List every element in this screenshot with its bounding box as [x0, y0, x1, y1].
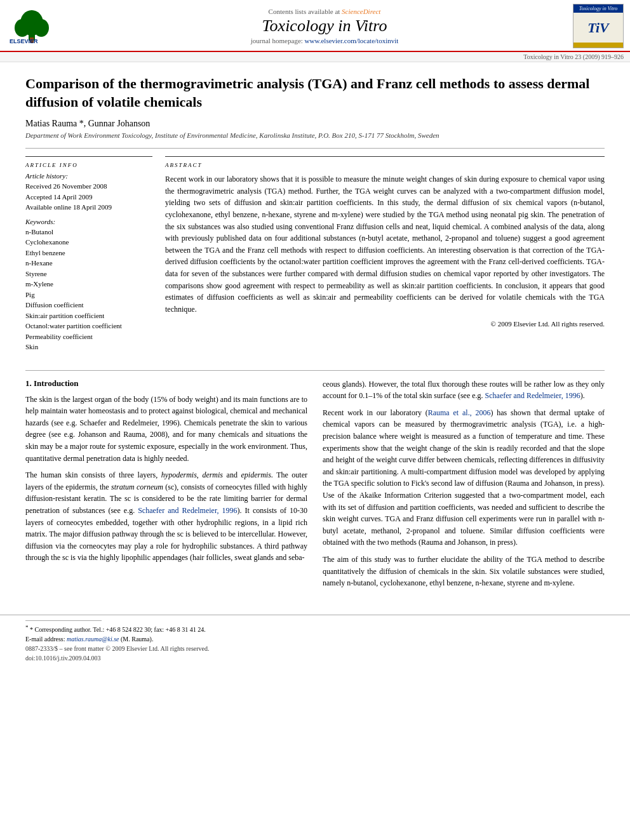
journal-center-info: Contents lists available at ScienceDirec… [83, 8, 566, 44]
star-symbol: * [25, 624, 29, 630]
svg-point-3 [34, 19, 49, 37]
star-note-text: * Corresponding author. Tel.: +46 8 524 … [30, 626, 206, 633]
email-suffix: (M. Rauma). [121, 636, 153, 643]
info-abstract-cols: Article Info Article history: Received 2… [25, 156, 605, 360]
article-info-label: Article Info [25, 162, 152, 168]
keyword-item: Ethyl benzene [25, 248, 152, 258]
journal-header: ELSEVIER Contents lists available at Sci… [0, 0, 630, 52]
article-history: Article history: Received 26 November 20… [25, 172, 152, 213]
intro-paragraphs-right: ceous glands). However, the total flux t… [323, 378, 605, 589]
doi-text: doi:10.1016/j.tiv.2009.04.003 [25, 655, 101, 662]
citation-text: Toxicology in Vitro 23 (2009) 919–926 [523, 53, 624, 60]
abstract-col: Abstract Recent work in our laboratory s… [165, 156, 605, 360]
abstract-section: Abstract Recent work in our laboratory s… [165, 156, 605, 328]
left-info-col: Article Info Article history: Received 2… [25, 156, 152, 360]
svg-text:ELSEVIER: ELSEVIER [10, 38, 38, 44]
keyword-item: n-Hexane [25, 258, 152, 269]
keyword-item: Styrene [25, 269, 152, 279]
sciencedirect-label: Contents lists available at [269, 8, 340, 15]
abstract-label: Abstract [165, 162, 605, 168]
page-footer: * * Corresponding author. Tel.: +46 8 52… [0, 615, 630, 665]
keyword-item: Octanol:water partition coefficient [25, 321, 152, 331]
affiliation: Department of Work Environment Toxicolog… [25, 131, 605, 139]
keywords-section: Keywords: n-ButanolCyclohexanoneEthyl be… [25, 218, 152, 352]
corresponding-author-note: * * Corresponding author. Tel.: +46 8 52… [25, 623, 605, 644]
copyright-line: © 2009 Elsevier Ltd. All rights reserved… [165, 320, 605, 328]
issn-text: 0887-2333/$ – see front matter © 2009 El… [25, 645, 209, 652]
sciencedirect-link[interactable]: ScienceDirect [342, 8, 380, 15]
journal-homepage: journal homepage: www.elsevier.com/locat… [83, 37, 566, 44]
keyword-item: n-Butanol [25, 227, 152, 237]
divider-1 [25, 148, 605, 149]
available-online-date: Available online 18 April 2009 [25, 202, 152, 213]
keyword-item: Pig [25, 290, 152, 300]
keyword-item: Diffusion coefficient [25, 300, 152, 310]
tiv-logo-stripe [573, 43, 623, 48]
tiv-logo-top-text: Toxicology in Vitro [573, 4, 623, 13]
intro-para-right-3: The aim of this study was to further elu… [323, 554, 605, 589]
intro-para-right-1: ceous glands). However, the total flux t… [323, 378, 605, 402]
abstract-text: Recent work in our laboratory shows that… [165, 173, 605, 315]
keyword-item: Skin:air partition coefficient [25, 310, 152, 321]
authors-line: Matias Rauma *, Gunnar Johanson [25, 119, 605, 129]
intro-para-right-2: Recent work in our laboratory (Rauma et … [323, 407, 605, 549]
email-address[interactable]: matias.rauma@ki.se [67, 636, 119, 643]
tiv-logo-mid-text: TiV [573, 13, 623, 43]
sciencedirect-line: Contents lists available at ScienceDirec… [83, 8, 566, 15]
citation-bar: Toxicology in Vitro 23 (2009) 919–926 [0, 52, 630, 62]
main-content: Comparison of the thermogravimetric anal… [0, 62, 630, 607]
divider-2 [25, 370, 605, 371]
body-right-col: ceous glands). However, the total flux t… [323, 378, 605, 594]
accepted-date: Accepted 14 April 2009 [25, 192, 152, 203]
footer-issn-note: 0887-2333/$ – see front matter © 2009 El… [25, 644, 605, 663]
keywords-list: n-ButanolCyclohexanoneEthyl benzenen-Hex… [25, 227, 152, 352]
intro-para-1: The skin is the largest organ of the bod… [25, 394, 307, 465]
keyword-item: m-Xylene [25, 279, 152, 290]
email-label: E-mail address: [25, 636, 65, 643]
homepage-url[interactable]: www.elsevier.com/locate/toxinvit [305, 37, 399, 44]
body-left-col: 1. Introduction The skin is the largest … [25, 378, 307, 594]
keyword-item: Skin [25, 342, 152, 352]
keywords-label: Keywords: [25, 218, 152, 225]
article-info-box: Article Info Article history: Received 2… [25, 156, 152, 352]
received-date: Received 26 November 2008 [25, 181, 152, 192]
history-label: Article history: [25, 172, 152, 180]
abstract-paragraph: Recent work in our laboratory shows that… [165, 173, 605, 315]
elsevier-tree-icon: ELSEVIER [6, 9, 57, 44]
elsevier-logo-area: ELSEVIER [6, 9, 83, 44]
journal-title: Toxicology in Vitro [83, 17, 566, 36]
body-columns: 1. Introduction The skin is the largest … [25, 378, 605, 594]
intro-heading: 1. Introduction [25, 378, 307, 389]
article-title: Comparison of the thermogravimetric anal… [25, 75, 605, 111]
tiv-logo: Toxicology in Vitro TiV [573, 4, 624, 48]
intro-paragraphs-left: The skin is the largest organ of the bod… [25, 394, 307, 564]
keyword-item: Cyclohexanone [25, 237, 152, 248]
tiv-logo-area: Toxicology in Vitro TiV [566, 4, 624, 48]
authors-text: Matias Rauma *, Gunnar Johanson [25, 119, 150, 128]
footnote-separator [25, 620, 102, 621]
keyword-item: Permeability coefficient [25, 331, 152, 342]
intro-para-2: The human skin consists of three layers,… [25, 469, 307, 564]
svg-point-2 [15, 19, 30, 37]
